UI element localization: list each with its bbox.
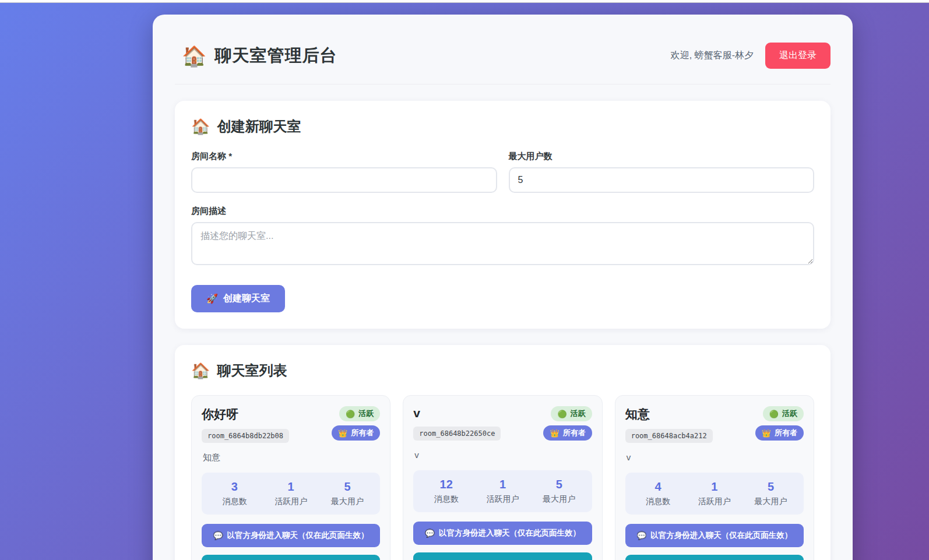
house-icon: 🏠 bbox=[182, 46, 206, 66]
speech-balloon-icon: 💬 bbox=[636, 531, 646, 540]
house-icon: 🏠 bbox=[191, 363, 210, 378]
room-name: 你好呀 bbox=[202, 406, 289, 422]
room-desc-label: 房间描述 bbox=[191, 206, 814, 217]
status-badge: 🟢 活跃 bbox=[551, 406, 592, 421]
room-id-chip: room_6864b8db22b08 bbox=[202, 429, 289, 443]
crown-icon: 👑 bbox=[762, 429, 771, 438]
room-desc-textarea[interactable] bbox=[191, 222, 814, 265]
copy-buyer-link-button[interactable]: 🛒 复制买家链接 bbox=[625, 555, 804, 560]
room-description: 知意 bbox=[203, 452, 379, 463]
owner-badge: 👑 所有者 bbox=[543, 425, 592, 441]
active-users-label: 活跃用户 bbox=[686, 496, 743, 507]
copy-buyer-link-button[interactable]: 🛒 复制买家链接 bbox=[202, 555, 380, 560]
messages-label: 消息数 bbox=[630, 496, 687, 507]
active-users-count: 1 bbox=[263, 480, 319, 494]
create-room-section: 🏠 创建新聊天室 房间名称 * 最大用户数 房间描述 🚀 创建聊天室 bbox=[175, 101, 831, 329]
room-id-chip: room_68648acb4a212 bbox=[625, 429, 713, 443]
copy-buyer-link-button[interactable]: 🛒 复制买家链接 bbox=[413, 552, 592, 560]
rooms-grid: 你好呀 room_6864b8db22b08 🟢 活跃 👑 所有者 bbox=[191, 395, 814, 560]
room-name-label: 房间名称 * bbox=[191, 151, 497, 162]
room-description: v bbox=[414, 450, 590, 461]
room-name-input[interactable] bbox=[191, 167, 497, 193]
green-circle-icon: 🟢 bbox=[769, 410, 779, 418]
status-badge: 🟢 活跃 bbox=[339, 406, 380, 421]
header: 🏠 聊天室管理后台 欢迎, 螃蟹客服-林夕 退出登录 bbox=[175, 32, 831, 73]
max-users-count: 5 bbox=[743, 480, 799, 494]
room-stats: 3 消息数 1 活跃用户 5 最大用户 bbox=[202, 473, 380, 515]
owner-badge: 👑 所有者 bbox=[755, 425, 804, 441]
create-section-title: 创建新聊天室 bbox=[217, 117, 301, 136]
messages-count: 3 bbox=[206, 480, 263, 494]
owner-badge: 👑 所有者 bbox=[332, 425, 380, 441]
max-users-label: 最大用户 bbox=[319, 496, 376, 507]
crown-icon: 👑 bbox=[550, 429, 559, 438]
enter-chat-official-button[interactable]: 💬 以官方身份进入聊天（仅在此页面生效） bbox=[413, 522, 592, 545]
room-name: v bbox=[413, 406, 501, 420]
active-users-count: 1 bbox=[474, 478, 531, 491]
room-list-section: 🏠 聊天室列表 你好呀 room_6864b8db22b08 🟢 活跃 bbox=[175, 345, 831, 560]
browser-chrome-edge bbox=[0, 0, 929, 3]
max-users-label: 最大用户 bbox=[743, 496, 799, 507]
welcome-text: 欢迎, 螃蟹客服-林夕 bbox=[671, 50, 754, 62]
room-card: v room_68648b22650ce 🟢 活跃 👑 所有者 bbox=[403, 395, 602, 560]
messages-count: 12 bbox=[418, 478, 474, 491]
status-badge: 🟢 活跃 bbox=[763, 406, 804, 421]
messages-label: 消息数 bbox=[206, 496, 263, 507]
room-id-chip: room_68648b22650ce bbox=[413, 427, 501, 441]
house-icon: 🏠 bbox=[191, 119, 210, 134]
enter-chat-official-button[interactable]: 💬 以官方身份进入聊天（仅在此页面生效） bbox=[625, 524, 804, 547]
room-card: 你好呀 room_6864b8db22b08 🟢 活跃 👑 所有者 bbox=[191, 395, 390, 560]
create-room-button-label: 创建聊天室 bbox=[223, 293, 270, 305]
header-divider bbox=[175, 84, 831, 84]
list-section-title: 聊天室列表 bbox=[217, 361, 287, 380]
green-circle-icon: 🟢 bbox=[557, 410, 566, 418]
max-users-label: 最大用户数 bbox=[509, 151, 815, 162]
speech-balloon-icon: 💬 bbox=[213, 531, 223, 540]
active-users-count: 1 bbox=[686, 480, 743, 494]
logout-button[interactable]: 退出登录 bbox=[765, 43, 831, 69]
messages-label: 消息数 bbox=[418, 494, 474, 505]
max-users-count: 5 bbox=[531, 478, 587, 491]
max-users-input[interactable] bbox=[509, 167, 815, 193]
active-users-label: 活跃用户 bbox=[263, 496, 319, 507]
rocket-icon: 🚀 bbox=[206, 293, 218, 304]
page-title: 聊天室管理后台 bbox=[214, 44, 337, 68]
active-users-label: 活跃用户 bbox=[474, 494, 531, 505]
room-card: 知意 room_68648acb4a212 🟢 活跃 👑 所有者 bbox=[615, 395, 814, 560]
admin-panel: 🏠 聊天室管理后台 欢迎, 螃蟹客服-林夕 退出登录 🏠 创建新聊天室 房间名称… bbox=[153, 15, 853, 560]
max-users-count: 5 bbox=[319, 480, 376, 494]
room-name: 知意 bbox=[625, 406, 713, 422]
room-description: v bbox=[627, 452, 803, 463]
room-stats: 4 消息数 1 活跃用户 5 最大用户 bbox=[625, 473, 804, 515]
create-room-button[interactable]: 🚀 创建聊天室 bbox=[191, 285, 285, 312]
green-circle-icon: 🟢 bbox=[346, 410, 355, 418]
messages-count: 4 bbox=[630, 480, 687, 494]
enter-chat-official-button[interactable]: 💬 以官方身份进入聊天（仅在此页面生效） bbox=[202, 524, 380, 547]
speech-balloon-icon: 💬 bbox=[425, 529, 435, 538]
crown-icon: 👑 bbox=[338, 429, 347, 438]
max-users-label: 最大用户 bbox=[531, 494, 587, 505]
room-stats: 12 消息数 1 活跃用户 5 最大用户 bbox=[413, 470, 592, 512]
